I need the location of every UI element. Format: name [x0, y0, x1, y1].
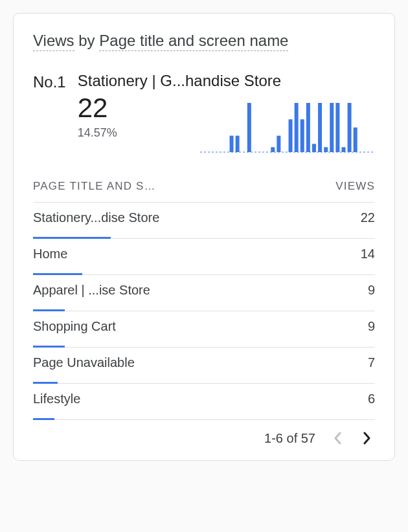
row-value: 9 — [368, 319, 375, 334]
svg-rect-12 — [324, 147, 328, 152]
analytics-card: Views by Page title and screen name No.1… — [13, 13, 395, 461]
row-value: 7 — [368, 355, 375, 370]
top-item-name: Stationery | G...handise Store — [78, 72, 281, 90]
table-row[interactable]: Shopping Cart9 — [33, 311, 375, 348]
pager-prev-button[interactable] — [330, 430, 345, 446]
svg-rect-9 — [306, 103, 310, 152]
svg-rect-2 — [236, 136, 240, 152]
table-row[interactable]: Lifestyle6 — [33, 384, 375, 420]
row-value: 14 — [361, 247, 375, 261]
column-metric: VIEWS — [335, 180, 375, 193]
column-dimension: PAGE TITLE AND S… — [33, 180, 156, 193]
row-value: 6 — [368, 392, 375, 406]
row-title: Stationery...dise Store — [33, 210, 159, 225]
row-title: Page Unavailable — [33, 355, 135, 370]
table-body: Stationery...dise Store22Home14Apparel |… — [33, 203, 375, 420]
row-title: Home — [33, 247, 67, 261]
svg-rect-7 — [295, 103, 299, 152]
svg-rect-5 — [277, 136, 280, 152]
row-title: Lifestyle — [33, 392, 80, 406]
svg-rect-11 — [318, 103, 322, 152]
table-row[interactable]: Stationery...dise Store22 — [33, 203, 375, 239]
row-title: Shopping Cart — [33, 319, 116, 334]
pager: 1-6 of 57 — [33, 420, 375, 446]
svg-rect-16 — [348, 103, 352, 152]
row-bar — [33, 418, 54, 420]
table-header: PAGE TITLE AND S… VIEWS — [33, 172, 375, 203]
row-value: 9 — [368, 283, 375, 298]
table-row[interactable]: Apparel | ...ise Store9 — [33, 275, 375, 311]
svg-rect-1 — [230, 136, 234, 152]
table-row[interactable]: Page Unavailable7 — [33, 348, 375, 384]
pager-range: 1-6 of 57 — [264, 431, 315, 446]
svg-rect-6 — [289, 119, 293, 152]
svg-rect-8 — [300, 119, 304, 152]
row-title: Apparel | ...ise Store — [33, 283, 150, 298]
svg-rect-15 — [341, 147, 345, 152]
metric-name[interactable]: Views — [33, 32, 74, 51]
svg-rect-17 — [354, 127, 357, 152]
svg-rect-10 — [312, 144, 316, 152]
pager-next-button[interactable] — [359, 430, 375, 446]
chevron-right-icon — [363, 432, 372, 445]
dimension-name[interactable]: Page title and screen name — [99, 32, 288, 51]
table-row[interactable]: Home14 — [33, 239, 375, 275]
row-value: 22 — [361, 210, 375, 225]
svg-rect-3 — [247, 103, 251, 152]
card-title: Views by Page title and screen name — [33, 32, 375, 50]
rank-label: No.1 — [33, 72, 66, 140]
svg-rect-13 — [330, 103, 334, 152]
chevron-left-icon — [333, 432, 342, 445]
svg-rect-4 — [271, 147, 275, 152]
svg-rect-14 — [335, 103, 339, 152]
